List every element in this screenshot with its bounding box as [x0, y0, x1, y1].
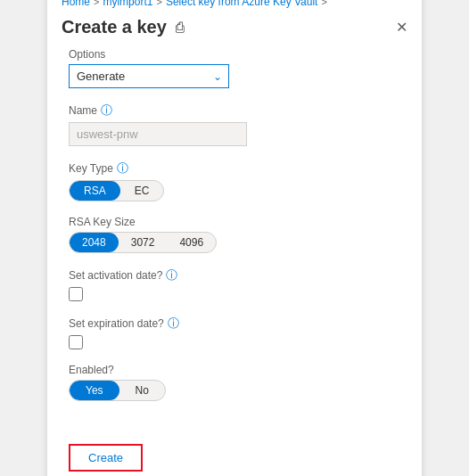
name-input[interactable] [69, 122, 247, 146]
breadcrumb-sep-2: > [156, 0, 161, 7]
page-title: Create a key [62, 17, 167, 37]
create-button[interactable]: Create [69, 444, 143, 472]
rsa-key-size-field-group: RSA Key Size 2048 3072 4096 [69, 216, 400, 253]
breadcrumb: Home > myimport1 > Select key from Azure… [47, 0, 422, 12]
enabled-field-group: Enabled? Yes No [69, 364, 400, 401]
options-select[interactable]: Generate [69, 64, 229, 88]
form-footer: Create [47, 433, 422, 476]
breadcrumb-select-key[interactable]: Select key from Azure Key Vault [166, 0, 318, 8]
expiration-checkbox[interactable] [69, 335, 83, 349]
activation-checkbox-wrapper [69, 287, 400, 301]
enabled-toggle-group: Yes No [69, 380, 166, 401]
activation-checkbox[interactable] [69, 287, 83, 301]
rsa-size-2048-button[interactable]: 2048 [70, 233, 119, 252]
name-label: Name ⓘ [69, 103, 400, 119]
form-content: Options Generate ⌄ Name ⓘ Key Type ⓘ RSA [47, 48, 422, 433]
enabled-no-button[interactable]: No [119, 381, 165, 400]
header-left: Create a key ⎙ [62, 17, 185, 37]
breadcrumb-sep-1: > [94, 0, 99, 7]
expiration-info-icon[interactable]: ⓘ [168, 316, 179, 332]
breadcrumb-myimport1[interactable]: myimport1 [103, 0, 152, 8]
close-button[interactable]: ✕ [396, 21, 407, 35]
rsa-size-4096-button[interactable]: 4096 [167, 233, 216, 252]
breadcrumb-sep-3: > [321, 0, 326, 7]
key-type-label: Key Type ⓘ [69, 160, 400, 176]
activation-date-field-group: Set activation date? ⓘ [69, 267, 400, 301]
activation-info-icon[interactable]: ⓘ [166, 267, 177, 283]
key-type-toggle-group: RSA EC [69, 180, 164, 201]
panel-header: Create a key ⎙ ✕ [47, 12, 422, 48]
expiration-checkbox-wrapper [69, 335, 400, 349]
enabled-label: Enabled? [69, 364, 400, 376]
name-field-group: Name ⓘ [69, 103, 400, 146]
name-info-icon[interactable]: ⓘ [101, 103, 112, 119]
key-type-field-group: Key Type ⓘ RSA EC [69, 160, 400, 201]
rsa-key-size-toggle-group: 2048 3072 4096 [69, 232, 217, 253]
key-type-rsa-button[interactable]: RSA [70, 181, 120, 201]
key-type-ec-button[interactable]: EC [120, 181, 164, 201]
expiration-date-label: Set expiration date? ⓘ [69, 316, 400, 332]
enabled-yes-button[interactable]: Yes [70, 381, 119, 400]
key-type-info-icon[interactable]: ⓘ [117, 160, 128, 176]
breadcrumb-home[interactable]: Home [62, 0, 90, 8]
rsa-key-size-label: RSA Key Size [69, 216, 400, 228]
rsa-size-3072-button[interactable]: 3072 [119, 233, 168, 252]
expiration-date-field-group: Set expiration date? ⓘ [69, 316, 400, 349]
options-select-wrapper: Generate ⌄ [69, 64, 229, 88]
create-key-panel: Home > myimport1 > Select key from Azure… [47, 0, 422, 476]
options-label: Options [69, 48, 400, 61]
options-field-group: Options Generate ⌄ [69, 48, 400, 88]
print-icon[interactable]: ⎙ [176, 20, 185, 36]
activation-date-label: Set activation date? ⓘ [69, 267, 400, 283]
